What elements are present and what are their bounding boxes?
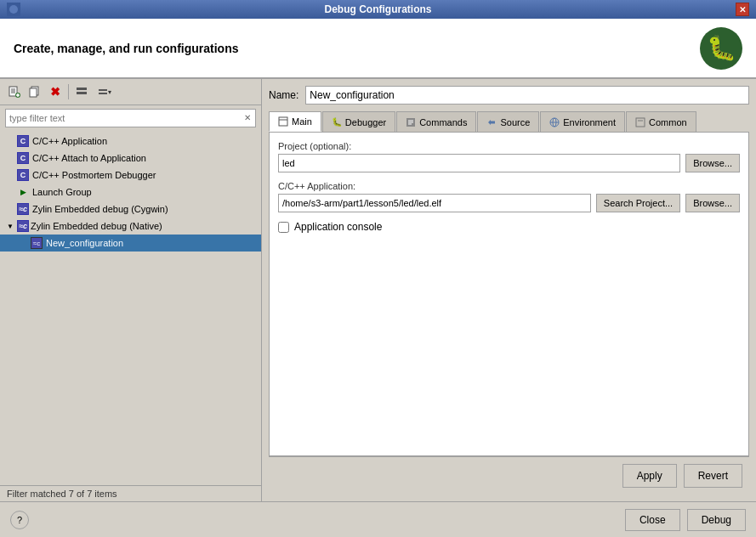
debugger-tab-icon: 🐛 [332, 117, 342, 127]
tree-item-cpp-attach[interactable]: C C/C++ Attach to Application [0, 150, 261, 167]
tree-item-zylin-native[interactable]: ▼ ≈c Zylin Embedded debug (Native) [0, 218, 261, 235]
tab-content-spacer [278, 241, 740, 447]
window-title: Debug Configurations [20, 3, 736, 15]
left-panel: ✖ ▾ ✕ [0, 79, 262, 501]
cpp-app-icon: C [17, 135, 29, 147]
svg-rect-9 [30, 88, 37, 97]
toolbar-separator [68, 84, 69, 99]
filter-input[interactable] [5, 109, 256, 127]
tree-collapse-icon: ▼ [7, 223, 15, 230]
tab-main-label: Main [292, 116, 312, 127]
common-tab-icon [635, 117, 645, 127]
name-label: Name: [269, 89, 298, 101]
application-field-group: C/C++ Application: Search Project... Bro… [278, 181, 740, 212]
svg-rect-14 [279, 117, 287, 126]
project-field-group: Project (optional): Browse... [278, 141, 740, 172]
tab-source[interactable]: Source [477, 111, 539, 132]
duplicate-config-button[interactable] [26, 82, 44, 101]
tab-debugger-label: Debugger [345, 117, 386, 127]
svg-rect-23 [636, 118, 645, 127]
project-row: Browse... [278, 154, 740, 172]
view-menu-button[interactable]: ▾ [93, 82, 117, 101]
search-project-button[interactable]: Search Project... [596, 194, 680, 212]
filter-status: Filter matched 7 of 7 items [7, 489, 117, 499]
tree-item-label: C/C++ Attach to Application [32, 153, 146, 163]
dialog-content: ✖ ▾ ✕ [0, 78, 756, 501]
project-browse-button[interactable]: Browse... [685, 154, 740, 172]
revert-button[interactable]: Revert [684, 464, 742, 488]
cpp-attach-icon: C [17, 152, 29, 164]
tab-environment[interactable]: Environment [540, 111, 625, 132]
toolbar: ✖ ▾ [0, 79, 261, 105]
cpp-postmortem-icon: C [17, 169, 29, 181]
tree-item-label: C/C++ Postmortem Debugger [32, 170, 156, 180]
system-icon [7, 3, 20, 16]
footer-left: ? [10, 511, 29, 529]
tree-item-label: Zylin Embedded debug (Cygwin) [32, 204, 168, 214]
tree-item-cpp-application[interactable]: C C/C++ Application [0, 133, 261, 150]
app-console-label: Application console [294, 221, 382, 233]
project-label: Project (optional): [278, 141, 740, 151]
bug-icon: 🐛 [700, 27, 742, 70]
tab-commands-label: Commands [419, 117, 467, 127]
tab-common-label: Common [649, 117, 687, 127]
close-button[interactable]: Close [625, 509, 680, 531]
window-close-button[interactable]: ✕ [736, 3, 749, 16]
new-conf-icon: ≈c [31, 237, 43, 249]
project-input[interactable] [278, 154, 680, 172]
dialog: Create, manage, and run configurations 🐛 [0, 19, 756, 537]
tree-item-new-configuration[interactable]: ≈c New_configuration [0, 235, 261, 252]
delete-config-button[interactable]: ✖ [46, 82, 65, 101]
svg-point-0 [9, 5, 18, 14]
tree-item-label: New_configuration [46, 238, 123, 248]
zylin-native-icon: ≈c [17, 220, 29, 232]
tree-item-zylin-cygwin[interactable]: ≈c Zylin Embedded debug (Cygwin) [0, 201, 261, 218]
tab-content-main: Project (optional): Browse... C/C++ Appl… [269, 132, 749, 456]
collapse-button[interactable] [72, 82, 91, 101]
dialog-header: Create, manage, and run configurations 🐛 [0, 19, 756, 78]
zylin-cygwin-icon: ≈c [17, 203, 29, 215]
svg-rect-11 [77, 92, 87, 94]
application-row: Search Project... Browse... [278, 194, 740, 212]
bottom-action-bar: Apply Revert [269, 456, 749, 495]
status-bar: Filter matched 7 of 7 items [0, 485, 261, 501]
tree-item-label: C/C++ Application [32, 136, 107, 146]
tab-main[interactable]: Main [269, 111, 321, 132]
application-browse-button[interactable]: Browse... [685, 194, 740, 212]
tab-common[interactable]: Common [626, 111, 696, 132]
tree-view: C C/C++ Application C C/C++ Attach to Ap… [0, 131, 261, 485]
commands-tab-icon [406, 117, 416, 127]
environment-tab-icon [549, 117, 560, 127]
svg-rect-13 [99, 93, 107, 94]
name-input[interactable] [305, 86, 749, 105]
new-config-button[interactable] [5, 82, 24, 101]
source-tab-icon [486, 117, 497, 127]
name-row: Name: [269, 86, 749, 105]
svg-rect-12 [99, 89, 107, 91]
dialog-title: Create, manage, and run configurations [14, 42, 239, 55]
footer: ? Close Debug [0, 501, 756, 537]
tree-item-label: Zylin Embedded debug (Native) [31, 221, 162, 231]
debug-button[interactable]: Debug [687, 509, 746, 531]
help-button[interactable]: ? [10, 511, 29, 529]
tab-commands[interactable]: Commands [396, 111, 476, 132]
footer-right: Close Debug [625, 509, 746, 531]
tree-item-launch-group[interactable]: ▶ Launch Group [0, 184, 261, 201]
apply-button[interactable]: Apply [622, 464, 677, 488]
tree-item-label: Launch Group [32, 187, 92, 197]
tree-item-cpp-postmortem[interactable]: C C/C++ Postmortem Debugger [0, 167, 261, 184]
app-console-row: Application console [278, 221, 740, 233]
main-tab-icon [278, 116, 288, 127]
application-input[interactable] [278, 194, 591, 212]
tab-debugger[interactable]: 🐛 Debugger [322, 111, 395, 132]
tab-source-label: Source [500, 117, 530, 127]
tabs: Main 🐛 Debugger Commands [269, 111, 749, 132]
filter-box: ✕ [5, 109, 256, 127]
right-panel: Name: Main 🐛 Debugger [262, 79, 756, 501]
app-console-checkbox[interactable] [278, 222, 289, 233]
launch-group-icon: ▶ [17, 188, 29, 196]
tab-environment-label: Environment [563, 117, 616, 127]
filter-clear-button[interactable]: ✕ [241, 110, 254, 124]
application-label: C/C++ Application: [278, 181, 740, 191]
svg-rect-10 [77, 88, 87, 90]
